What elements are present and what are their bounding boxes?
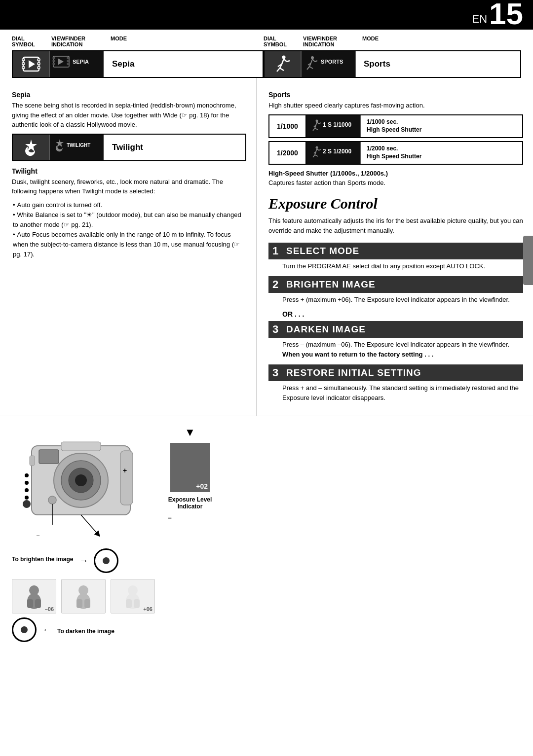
svg-marker-1 — [29, 60, 35, 68]
svg-point-72 — [23, 500, 31, 508]
sepia-mode-row: SEPIA Sepia — [12, 50, 264, 78]
svg-rect-5 — [38, 59, 40, 61]
right-col-header-area: DIAL SYMBOL VIEWFINDER INDICATION MODE — [264, 36, 521, 78]
side-tab — [523, 236, 533, 285]
arrow-down-icon: ▼ — [185, 426, 195, 439]
bottom-section: – + ▼ +02 E — [0, 416, 533, 647]
twilight-mode-row: TWILIGHT Twilight — [12, 134, 246, 161]
svg-point-69 — [25, 481, 29, 485]
step-3b-body: Press + and – simultaneously. The standa… — [282, 383, 523, 403]
left-col-header-area: DIAL SYMBOL VIEWFINDER INDICATION MODE — [12, 36, 264, 78]
exposure-level-label: Exposure Level Indicator — [168, 496, 212, 510]
svg-rect-85 — [134, 599, 140, 608]
right-mode-header: MODE — [362, 36, 521, 47]
sports-title: Sports — [268, 91, 523, 99]
to-darken-label: To darken the image — [57, 628, 114, 635]
right-vf-header: VIEWFINDER INDICATION — [303, 36, 362, 47]
svg-text:2  S 1/2000: 2 S 1/2000 — [323, 148, 351, 155]
sepia-dial-symbol — [13, 51, 50, 77]
to-brighten-label: To brighten the image — [12, 556, 73, 563]
figure-neutral-svg — [64, 581, 103, 611]
svg-line-30 — [309, 67, 313, 69]
svg-line-43 — [317, 122, 319, 124]
step-3a-title: DARKEN IMAGE — [286, 324, 366, 335]
minus-sign: – — [168, 514, 172, 522]
svg-marker-9 — [58, 58, 64, 65]
svg-rect-77 — [35, 599, 41, 608]
exposure-level-area: ▼ +02 Exposure Level Indicator – — [168, 426, 212, 522]
step-2-body: Press + (maximum +06). The Exposure leve… — [282, 295, 523, 305]
sepia-title: Sepia — [12, 91, 246, 99]
exposure-level-box: +02 — [170, 443, 210, 492]
step-3a-note: When you want to return to the factory s… — [282, 351, 433, 358]
svg-rect-12 — [53, 63, 55, 65]
step-2-title: BRIGHTEN IMAGE — [286, 279, 376, 290]
svg-rect-15 — [67, 63, 69, 65]
left-dial-header: DIAL SYMBOL — [12, 36, 51, 47]
step-1-body: Turn the PROGRAM AE select dial to any p… — [282, 261, 523, 271]
svg-line-21 — [277, 68, 280, 72]
svg-rect-2 — [22, 59, 25, 61]
sepia-icon — [21, 54, 41, 74]
step-2-block: 2 BRIGHTEN IMAGE Press + (maximum +06). … — [268, 276, 523, 305]
high-speed-title: High-Speed Shutter (1/1000s., 1/2000s.) — [268, 170, 523, 177]
camera-illustration: – + — [12, 421, 160, 544]
svg-line-32 — [315, 61, 317, 62]
camera-svg: – + — [12, 421, 150, 549]
svg-text:+: + — [123, 467, 127, 474]
svg-rect-10 — [53, 57, 55, 59]
svg-line-23 — [284, 59, 287, 62]
or-divider: OR . . . — [282, 310, 523, 318]
sports-vf-icon: SPORTS — [304, 54, 353, 74]
svg-point-59 — [75, 474, 87, 486]
en-label: EN — [472, 13, 487, 26]
twilight-bullet-3: Auto Focus becomes available only in the… — [13, 230, 246, 259]
shutter-vf-1000: 1 S 1/1000 — [311, 117, 355, 136]
right-dial-header: DIAL SYMBOL — [264, 36, 303, 47]
sepia-mode-name: Sepia — [104, 51, 263, 77]
twilight-bullets: Auto gain control is turned off. White B… — [12, 200, 246, 260]
svg-rect-3 — [22, 63, 25, 65]
shutter-num-1000: 1/1000 — [269, 115, 306, 137]
to-darken-row: ← To darken the image — [12, 617, 268, 642]
svg-point-70 — [25, 488, 29, 492]
shutter-icon-1000: 1 S 1/1000 — [306, 115, 361, 137]
svg-rect-62 — [120, 451, 133, 505]
shutter-row-2000: 1/2000 2 S 1/2000 1/2000 sec. Hig — [268, 141, 523, 165]
svg-line-41 — [313, 128, 315, 131]
sports-mode-name: Sports — [356, 51, 520, 77]
svg-rect-81 — [84, 599, 90, 608]
svg-text:1  S 1/1000: 1 S 1/1000 — [323, 121, 351, 128]
figure-neutral — [61, 579, 106, 613]
exposure-control-title: Exposure Control — [268, 195, 523, 212]
svg-point-25 — [311, 56, 314, 59]
svg-line-51 — [315, 155, 318, 156]
sepia-body: The scene being shot is recorded in sepi… — [12, 101, 246, 130]
svg-rect-61 — [61, 442, 101, 451]
dial-brighten — [94, 548, 118, 573]
right-col-headers: DIAL SYMBOL VIEWFINDER INDICATION MODE — [264, 36, 521, 47]
step-1-header: 1 SELECT MODE — [268, 243, 523, 259]
step-3b-number: 3 — [272, 366, 282, 379]
svg-point-46 — [316, 146, 318, 148]
step-1-title: SELECT MODE — [286, 246, 359, 256]
header-tables: DIAL SYMBOL VIEWFINDER INDICATION MODE — [0, 30, 533, 78]
svg-text:SEPIA: SEPIA — [73, 59, 89, 65]
diagram-area: – + ▼ +02 E — [12, 421, 268, 642]
svg-line-42 — [315, 128, 318, 130]
twilight-mode-name: Twilight — [104, 135, 245, 160]
svg-line-18 — [282, 59, 284, 65]
step-3b-block: 3 RESTORE INITIAL SETTING Press + and – … — [268, 364, 523, 403]
twilight-body-intro: Dusk, twilight scenery, fireworks, etc.,… — [12, 177, 246, 196]
left-col: Sepia The scene being shot is recorded i… — [0, 78, 257, 416]
svg-point-71 — [25, 496, 29, 500]
step-1-block: 1 SELECT MODE Turn the PROGRAM AE select… — [268, 243, 523, 271]
figure-bright: +06 — [111, 579, 155, 613]
left-mode-header: MODE — [111, 36, 264, 47]
svg-point-37 — [316, 119, 318, 122]
svg-rect-76 — [27, 599, 33, 608]
sports-mode-row: SPORTS Sports — [264, 50, 521, 78]
left-col-headers: DIAL SYMBOL VIEWFINDER INDICATION MODE — [12, 36, 264, 47]
svg-rect-14 — [67, 60, 69, 62]
step-3a-number: 3 — [272, 323, 282, 336]
